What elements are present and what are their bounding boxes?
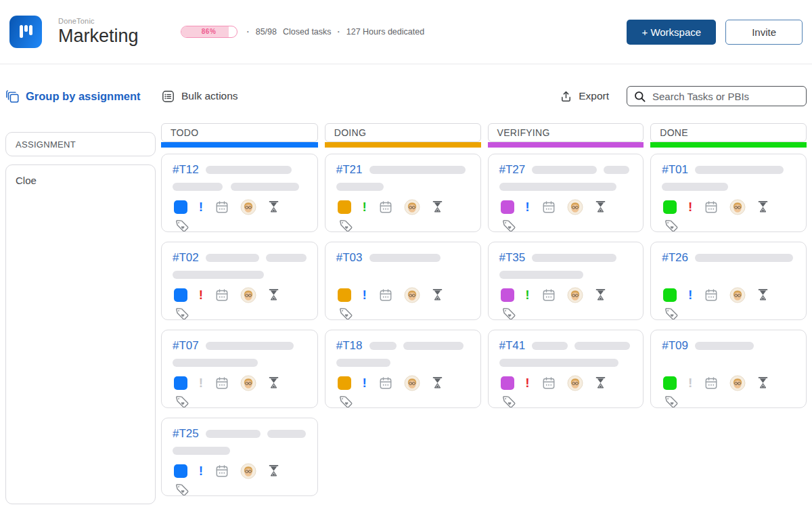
group-by-assignment-button[interactable]: Group by assignment: [5, 89, 156, 104]
time-hourglass-icon[interactable]: [594, 376, 607, 391]
assignee-avatar[interactable]: [729, 375, 746, 391]
priority-exclamation-icon[interactable]: !: [687, 200, 693, 214]
assignee-avatar[interactable]: [404, 199, 420, 215]
task-id[interactable]: #T25: [173, 427, 199, 441]
search-box[interactable]: [627, 86, 807, 106]
tag-heart-icon[interactable]: [174, 482, 190, 496]
task-id[interactable]: #T03: [336, 251, 363, 265]
assignee-avatar[interactable]: [240, 463, 256, 479]
task-card-t27[interactable]: #T27 !: [488, 154, 644, 232]
tag-heart-icon[interactable]: [338, 218, 354, 232]
assignee-avatar[interactable]: [240, 375, 256, 391]
time-hourglass-icon[interactable]: [267, 288, 280, 303]
assignee-avatar[interactable]: [729, 199, 746, 215]
tag-heart-icon[interactable]: [663, 218, 679, 232]
status-color-square[interactable]: [663, 376, 677, 390]
task-id[interactable]: #T21: [336, 163, 363, 177]
tag-heart-icon[interactable]: [174, 218, 190, 232]
priority-exclamation-icon[interactable]: !: [687, 288, 693, 302]
due-date-calendar-icon[interactable]: [215, 288, 229, 303]
tag-heart-icon[interactable]: [174, 394, 190, 408]
task-id[interactable]: #T12: [173, 163, 199, 177]
due-date-calendar-icon[interactable]: [215, 464, 229, 479]
task-card-t18[interactable]: #T18 !: [325, 330, 481, 408]
priority-exclamation-icon[interactable]: !: [362, 288, 367, 302]
tag-heart-icon[interactable]: [501, 218, 517, 232]
time-hourglass-icon[interactable]: [757, 376, 769, 391]
assignee-avatar[interactable]: [567, 199, 583, 215]
donetonic-logo-icon[interactable]: [9, 16, 42, 48]
priority-exclamation-icon[interactable]: !: [362, 376, 367, 390]
bulk-actions-button[interactable]: Bulk actions: [161, 89, 238, 104]
status-color-square[interactable]: [501, 288, 514, 302]
priority-exclamation-icon[interactable]: !: [362, 200, 367, 214]
time-hourglass-icon[interactable]: [431, 376, 444, 391]
priority-exclamation-icon[interactable]: !: [525, 288, 531, 302]
time-hourglass-icon[interactable]: [594, 288, 607, 303]
task-card-t35[interactable]: #T35 !: [488, 242, 644, 320]
assignee-avatar[interactable]: [240, 287, 256, 303]
task-id[interactable]: #T35: [499, 251, 526, 265]
priority-exclamation-icon[interactable]: !: [198, 464, 204, 478]
due-date-calendar-icon[interactable]: [215, 200, 229, 215]
status-color-square[interactable]: [174, 288, 187, 302]
priority-exclamation-icon[interactable]: !: [687, 376, 693, 390]
due-date-calendar-icon[interactable]: [378, 288, 393, 303]
due-date-calendar-icon[interactable]: [704, 200, 719, 215]
export-button[interactable]: Export: [560, 89, 609, 104]
task-id[interactable]: #T02: [173, 251, 199, 265]
search-input[interactable]: [652, 91, 800, 102]
time-hourglass-icon[interactable]: [267, 200, 280, 215]
status-color-square[interactable]: [338, 376, 351, 390]
time-hourglass-icon[interactable]: [267, 464, 280, 479]
time-hourglass-icon[interactable]: [757, 288, 769, 303]
priority-exclamation-icon[interactable]: !: [525, 376, 531, 390]
status-color-square[interactable]: [174, 464, 187, 478]
due-date-calendar-icon[interactable]: [704, 376, 719, 391]
due-date-calendar-icon[interactable]: [541, 200, 556, 215]
priority-exclamation-icon[interactable]: !: [198, 288, 204, 302]
task-card-t09[interactable]: #T09 !: [650, 330, 807, 408]
time-hourglass-icon[interactable]: [757, 200, 769, 215]
tag-heart-icon[interactable]: [338, 306, 354, 320]
task-card-t07[interactable]: #T07 !: [161, 330, 318, 408]
assignee-avatar[interactable]: [567, 375, 583, 391]
time-hourglass-icon[interactable]: [431, 200, 444, 215]
status-color-square[interactable]: [663, 288, 677, 302]
assignee-avatar[interactable]: [404, 375, 420, 391]
due-date-calendar-icon[interactable]: [541, 288, 556, 303]
time-hourglass-icon[interactable]: [594, 200, 607, 215]
task-card-t02[interactable]: #T02 !: [161, 242, 318, 320]
priority-exclamation-icon[interactable]: !: [525, 200, 531, 214]
status-color-square[interactable]: [338, 288, 351, 302]
due-date-calendar-icon[interactable]: [704, 288, 719, 303]
task-card-t01[interactable]: #T01 !: [650, 154, 807, 232]
tag-heart-icon[interactable]: [501, 394, 517, 408]
due-date-calendar-icon[interactable]: [215, 376, 229, 391]
task-id[interactable]: #T41: [499, 339, 526, 353]
tag-heart-icon[interactable]: [174, 306, 190, 320]
assignee-avatar[interactable]: [240, 199, 256, 215]
task-card-t25[interactable]: #T25 !: [161, 418, 318, 496]
add-workspace-button[interactable]: + Workspace: [627, 20, 716, 45]
status-color-square[interactable]: [338, 200, 351, 214]
priority-exclamation-icon[interactable]: !: [198, 376, 204, 390]
task-id[interactable]: #T26: [662, 251, 688, 265]
task-id[interactable]: #T07: [173, 339, 199, 353]
assignee-avatar[interactable]: [567, 287, 583, 303]
tag-heart-icon[interactable]: [338, 394, 354, 408]
assignee-avatar[interactable]: [729, 287, 746, 303]
status-color-square[interactable]: [501, 376, 514, 390]
task-card-t21[interactable]: #T21 !: [325, 154, 481, 232]
assignee-avatar[interactable]: [404, 287, 420, 303]
task-card-t12[interactable]: #T12 !: [161, 154, 318, 232]
time-hourglass-icon[interactable]: [267, 376, 280, 391]
task-id[interactable]: #T27: [499, 163, 526, 177]
task-card-t03[interactable]: #T03 !: [325, 242, 481, 320]
task-card-t26[interactable]: #T26 !: [650, 242, 807, 320]
task-id[interactable]: #T01: [662, 163, 688, 177]
status-color-square[interactable]: [174, 376, 187, 390]
status-color-square[interactable]: [501, 200, 514, 214]
status-color-square[interactable]: [174, 200, 187, 214]
assignee-item[interactable]: Cloe: [16, 175, 145, 186]
